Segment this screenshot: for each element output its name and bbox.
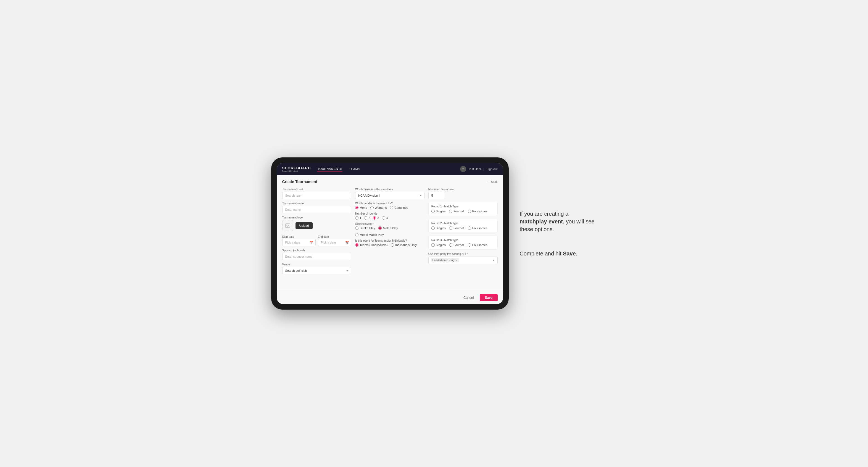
- round3-singles[interactable]: Singles: [431, 243, 446, 247]
- scoring-label: Scoring system: [355, 222, 425, 225]
- gender-mens[interactable]: Mens: [355, 206, 367, 209]
- sponsor-input[interactable]: [282, 253, 351, 260]
- scoring-medal-radio[interactable]: [355, 233, 359, 237]
- nav-tournaments[interactable]: TOURNAMENTS: [317, 166, 342, 172]
- gender-combined-label: Combined: [394, 206, 408, 209]
- round3-foursomes[interactable]: Foursomes: [468, 243, 488, 247]
- page-title: Create Tournament: [282, 180, 317, 184]
- scoring-match-radio[interactable]: [378, 226, 382, 230]
- round3-fourball-radio[interactable]: [449, 243, 453, 247]
- rounds-1-radio[interactable]: [355, 216, 359, 220]
- round2-fourball-label: Fourball: [454, 226, 465, 230]
- round3-fourball[interactable]: Fourball: [449, 243, 465, 247]
- round1-match-type: Round 1 - Match Type Singles Fourball: [428, 202, 498, 216]
- max-team-size-input[interactable]: [428, 192, 445, 199]
- gender-group: Which gender is the event for? Mens Wome…: [355, 202, 425, 209]
- teams-radio-group: Teams (+Individuals) Individuals Only: [355, 243, 425, 247]
- api-tag-text: Leaderboard King: [432, 259, 455, 262]
- middle-column: Which division is the event for? NCAA Di…: [355, 188, 425, 274]
- rounds-2-label: 2: [368, 216, 370, 220]
- round2-singles[interactable]: Singles: [431, 226, 446, 230]
- cancel-button[interactable]: Cancel: [460, 294, 477, 301]
- gender-combined[interactable]: Combined: [390, 206, 408, 209]
- venue-select[interactable]: Search golf club: [282, 267, 351, 274]
- round1-foursomes[interactable]: Foursomes: [468, 210, 488, 213]
- avatar: T: [460, 166, 466, 172]
- rounds-1-label: 1: [360, 216, 361, 220]
- scoring-medal-label: Medal Match Play: [360, 233, 383, 237]
- logo-sub: Powered by clippit: [282, 170, 311, 172]
- gender-label: Which gender is the event for?: [355, 202, 425, 205]
- teams-individuals[interactable]: Individuals Only: [391, 243, 417, 247]
- gender-mens-radio[interactable]: [355, 206, 359, 209]
- round2-fourball-radio[interactable]: [449, 226, 453, 230]
- nav-teams[interactable]: TEAMS: [349, 166, 360, 172]
- round1-singles-radio[interactable]: [431, 210, 435, 213]
- date-group: Start date 📅 End date: [282, 234, 351, 246]
- tournament-name-input[interactable]: [282, 206, 351, 213]
- round3-foursomes-radio[interactable]: [468, 243, 471, 247]
- rounds-4[interactable]: 4: [382, 216, 388, 220]
- round2-singles-label: Singles: [436, 226, 446, 230]
- start-date-group: Start date 📅: [282, 234, 316, 246]
- scoring-stroke-label: Stroke Play: [360, 226, 375, 230]
- scoring-stroke-radio[interactable]: [355, 226, 359, 230]
- navbar-right: T Test User | Sign out: [460, 166, 498, 172]
- sign-out-link[interactable]: Sign out: [486, 167, 497, 171]
- tournament-name-label: Tournament name: [282, 202, 351, 205]
- api-group: Use third-party live scoring API? Leader…: [428, 252, 498, 264]
- rounds-2[interactable]: 2: [364, 216, 370, 220]
- end-date-label: End date: [318, 235, 329, 238]
- round3-singles-radio[interactable]: [431, 243, 435, 247]
- round2-radio-group: Singles Fourball Foursomes: [431, 226, 495, 230]
- logo-upload-row: Upload: [282, 220, 351, 231]
- teams-teams-radio[interactable]: [355, 243, 359, 247]
- tournament-logo-group: Tournament logo Upload: [282, 216, 351, 231]
- round1-fourball-radio[interactable]: [449, 210, 453, 213]
- scoring-stroke[interactable]: Stroke Play: [355, 226, 375, 230]
- rounds-1[interactable]: 1: [355, 216, 361, 220]
- division-select[interactable]: NCAA Division I: [355, 192, 425, 199]
- sponsor-group: Sponsor (optional): [282, 249, 351, 260]
- logo-placeholder: [282, 220, 293, 231]
- tournament-logo-label: Tournament logo: [282, 216, 351, 219]
- gender-womens-radio[interactable]: [370, 206, 374, 209]
- annotation-right: If you are creating a matchplay event, y…: [520, 210, 597, 257]
- teams-group: Is this event for Teams and/or Individua…: [355, 239, 425, 247]
- round2-singles-radio[interactable]: [431, 226, 435, 230]
- tournament-name-group: Tournament name: [282, 202, 351, 213]
- content-area: Create Tournament ← Back Tournament Host…: [277, 175, 503, 291]
- scoring-match[interactable]: Match Play: [378, 226, 398, 230]
- round1-fourball-label: Fourball: [454, 210, 465, 213]
- round3-fourball-label: Fourball: [454, 243, 465, 247]
- rounds-3-radio[interactable]: [373, 216, 376, 220]
- round2-foursomes-radio[interactable]: [468, 226, 471, 230]
- round1-fourball[interactable]: Fourball: [449, 210, 465, 213]
- save-button[interactable]: Save: [480, 294, 497, 301]
- upload-button[interactable]: Upload: [296, 222, 313, 229]
- rounds-3[interactable]: 3: [373, 216, 379, 220]
- round2-foursomes[interactable]: Foursomes: [468, 226, 488, 230]
- teams-teams[interactable]: Teams (+Individuals): [355, 243, 388, 247]
- back-link[interactable]: ← Back: [487, 180, 498, 183]
- rounds-4-radio[interactable]: [382, 216, 385, 220]
- rounds-2-radio[interactable]: [364, 216, 367, 220]
- gender-womens[interactable]: Womens: [370, 206, 386, 209]
- gender-womens-label: Womens: [375, 206, 386, 209]
- round3-label: Round 3 - Match Type: [431, 239, 495, 242]
- api-dropdown-icon: ▼: [492, 259, 495, 262]
- teams-individuals-radio[interactable]: [391, 243, 394, 247]
- gender-combined-radio[interactable]: [390, 206, 393, 209]
- annotation-save-text: Complete and hit Save.: [520, 250, 597, 257]
- api-tag-close-icon[interactable]: ✕: [456, 259, 458, 262]
- api-select-wrapper[interactable]: Leaderboard King ✕ ▼: [428, 256, 498, 264]
- round1-singles[interactable]: Singles: [431, 210, 446, 213]
- round2-fourball[interactable]: Fourball: [449, 226, 465, 230]
- round2-label: Round 2 - Match Type: [431, 222, 495, 225]
- gender-radio-group: Mens Womens Combined: [355, 206, 425, 209]
- tournament-host-input[interactable]: [282, 192, 351, 199]
- round3-radio-group: Singles Fourball Foursomes: [431, 243, 495, 247]
- scoring-group: Scoring system Stroke Play Match Play: [355, 222, 425, 237]
- scoring-medal[interactable]: Medal Match Play: [355, 233, 383, 237]
- round1-foursomes-radio[interactable]: [468, 210, 471, 213]
